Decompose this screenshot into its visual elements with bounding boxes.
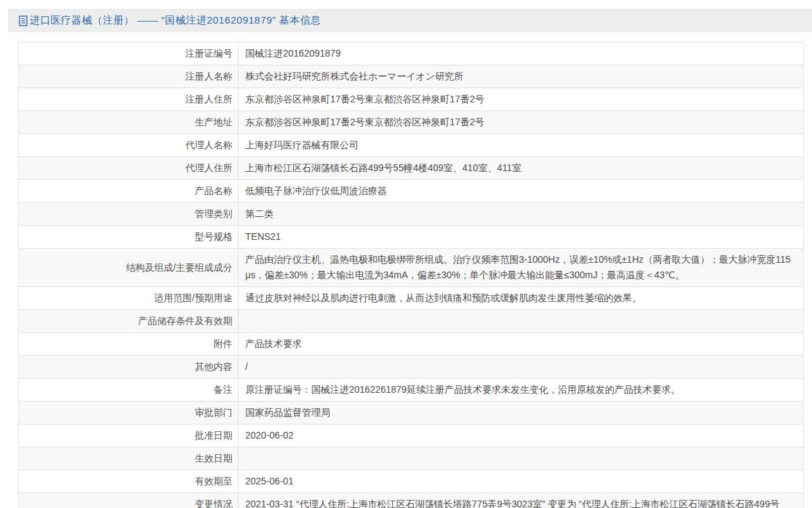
page-title: 进口医疗器械（注册） —— “国械注进20162091879” 基本信息 (30, 14, 321, 27)
field-value: 第二类 (239, 203, 804, 226)
field-value: 2021-03-31 “代理人住所:上海市松江区石湖荡镇长塔路775弄9号302… (239, 493, 804, 508)
table-row: 审批部门 国家药品监督管理局 (19, 402, 804, 424)
field-value: 株式会社好玛研究所株式会社ホーマーイオン研究所 (239, 65, 804, 88)
table-row: 生效日期 (19, 447, 804, 470)
table-row: 备注 原注册证编号：国械注进20162261879延续注册产品技术要求未发生变化… (19, 379, 804, 402)
field-label: 产品储存条件及有效期 (19, 310, 239, 333)
field-label: 其他内容 (19, 356, 239, 379)
field-value: 原注册证编号：国械注进20162261879延续注册产品技术要求未发生变化，沿用… (239, 379, 804, 402)
registration-info-table: 注册证编号 国械注进20162091879 注册人名称 株式会社好玛研究所株式会… (18, 42, 804, 508)
registration-detail-page: 进口医疗器械（注册） —— “国械注进20162091879” 基本信息 注册证… (0, 0, 812, 508)
field-value: TENS21 (239, 226, 804, 249)
table-row: 代理人名称 上海好玛医疗器械有限公司 (19, 134, 804, 157)
table-row: 其他内容 / (19, 356, 804, 379)
info-table-body: 注册证编号 国械注进20162091879 注册人名称 株式会社好玛研究所株式会… (19, 42, 804, 508)
field-label: 有效期至 (19, 470, 239, 493)
table-row: 变更情况 2021-03-31 “代理人住所:上海市松江区石湖荡镇长塔路775弄… (19, 493, 804, 508)
table-row: 结构及组成/主要组成成分 产品由治疗仪主机、温热电极和电极绑带所组成。治疗仪频率… (19, 249, 804, 287)
field-label: 附件 (19, 333, 239, 356)
table-row: 适用范围/预期用途 通过皮肤对神经以及肌肉进行电刺激，从而达到镇痛和预防或缓解肌… (19, 287, 804, 310)
table-row: 产品储存条件及有效期 (19, 310, 804, 333)
table-row: 注册人住所 东京都涉谷区神泉町17番2号東京都渋谷区神泉町17番2号 (19, 88, 804, 111)
table-row: 管理类别 第二类 (19, 203, 804, 226)
field-label: 生产地址 (19, 111, 239, 134)
field-label: 管理类别 (19, 203, 239, 226)
field-label: 产品名称 (19, 180, 239, 203)
table-row: 有效期至 2025-06-01 (19, 470, 804, 493)
table-row: 注册证编号 国械注进20162091879 (19, 42, 804, 65)
field-label: 注册人住所 (19, 88, 239, 111)
field-value: 上海好玛医疗器械有限公司 (239, 134, 804, 157)
field-label: 代理人名称 (19, 134, 239, 157)
field-label: 注册证编号 (19, 42, 239, 65)
document-icon (19, 15, 28, 26)
field-label: 审批部门 (19, 402, 239, 424)
field-value: 东京都涉谷区神泉町17番2号東京都渋谷区神泉町17番2号 (239, 111, 804, 134)
field-value (239, 310, 804, 333)
field-value: / (239, 356, 804, 379)
field-label: 备注 (19, 379, 239, 402)
field-label: 生效日期 (19, 447, 239, 470)
table-row: 型号规格 TENS21 (19, 226, 804, 249)
field-value: 低频电子脉冲治疗仪低周波治療器 (239, 180, 804, 203)
field-label: 型号规格 (19, 226, 239, 249)
table-row: 附件 产品技术要求 (19, 333, 804, 356)
field-label: 适用范围/预期用途 (19, 287, 239, 310)
field-value: 2020-06-02 (239, 424, 804, 447)
field-value: 东京都涉谷区神泉町17番2号東京都渋谷区神泉町17番2号 (239, 88, 804, 111)
field-value: 产品技术要求 (239, 333, 804, 356)
field-value: 国家药品监督管理局 (239, 402, 804, 424)
table-row: 生产地址 东京都涉谷区神泉町17番2号東京都渋谷区神泉町17番2号 (19, 111, 804, 134)
table-row: 注册人名称 株式会社好玛研究所株式会社ホーマーイオン研究所 (19, 65, 804, 88)
field-label: 注册人名称 (19, 65, 239, 88)
field-value: 上海市松江区石湖荡镇长石路499号55幢4楼409室、410室、411室 (239, 157, 804, 180)
field-value: 产品由治疗仪主机、温热电极和电极绑带所组成。治疗仪频率范围3-1000Hz，误差… (239, 249, 804, 287)
field-value: 国械注进20162091879 (239, 42, 804, 65)
table-row: 批准日期 2020-06-02 (19, 424, 804, 447)
table-row: 代理人住所 上海市松江区石湖荡镇长石路499号55幢4楼409室、410室、41… (19, 157, 804, 180)
field-value: 通过皮肤对神经以及肌肉进行电刺激，从而达到镇痛和预防或缓解肌肉发生废用性萎缩的效… (239, 287, 804, 310)
header-bar: 进口医疗器械（注册） —— “国械注进20162091879” 基本信息 (8, 9, 812, 32)
field-label: 结构及组成/主要组成成分 (19, 249, 239, 287)
field-label: 变更情况 (19, 493, 239, 508)
field-value (239, 447, 804, 470)
table-row: 产品名称 低频电子脉冲治疗仪低周波治療器 (19, 180, 804, 203)
field-value: 2025-06-01 (239, 470, 804, 493)
field-label: 代理人住所 (19, 157, 239, 180)
field-label: 批准日期 (19, 424, 239, 447)
